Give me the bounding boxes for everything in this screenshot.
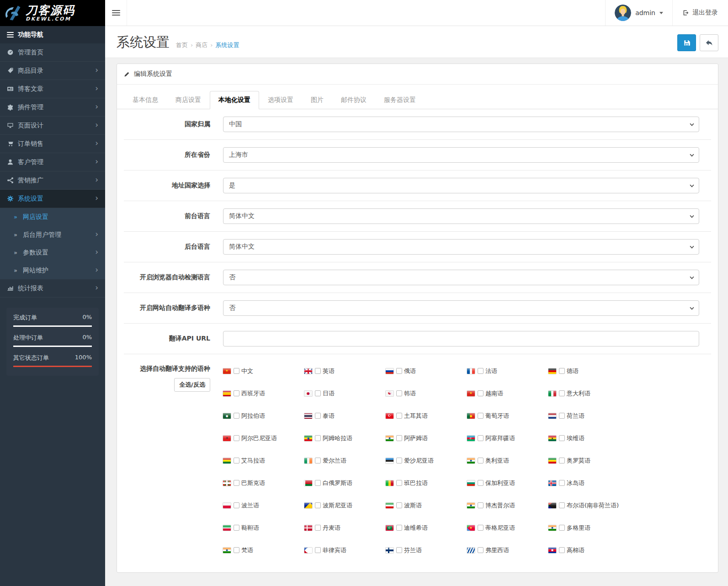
language-option[interactable]: 白俄罗斯语	[304, 479, 386, 487]
language-option[interactable]: ★中文	[223, 367, 304, 375]
language-checkbox[interactable]	[234, 480, 239, 486]
language-option[interactable]: 法语	[467, 367, 548, 375]
language-option[interactable]: 布尔语(南非荷兰语)	[548, 501, 630, 510]
language-option[interactable]: 俄语	[386, 367, 467, 375]
language-checkbox[interactable]	[559, 525, 565, 531]
tab-image[interactable]: 图片	[302, 91, 332, 109]
language-option[interactable]: 泰语	[304, 412, 386, 420]
language-option[interactable]: ●阿拉伯语	[223, 412, 304, 420]
language-checkbox[interactable]	[559, 480, 565, 486]
language-option[interactable]: 德语	[548, 367, 630, 375]
sidebar-item-sales[interactable]: 订单销售›	[0, 135, 105, 153]
tab-option[interactable]: 选项设置	[259, 91, 302, 109]
language-option[interactable]: 冰岛语	[548, 479, 630, 487]
language-checkbox[interactable]	[559, 413, 565, 419]
language-checkbox[interactable]	[478, 525, 484, 531]
language-option[interactable]: ☯韩语	[386, 389, 467, 398]
frontend-language-select[interactable]: 简体中文	[223, 208, 699, 224]
language-checkbox[interactable]	[478, 480, 484, 486]
language-checkbox[interactable]	[315, 413, 321, 419]
sidebar-item-dashboard[interactable]: 管理首页	[0, 43, 105, 62]
language-checkbox[interactable]	[396, 547, 402, 553]
language-option[interactable]: 菲律宾语	[304, 546, 386, 554]
language-option[interactable]: 班巴拉语	[386, 479, 467, 487]
sidebar-item-marketing[interactable]: 营销推广›	[0, 171, 105, 190]
language-checkbox[interactable]	[478, 435, 484, 441]
sidebar-item-customers[interactable]: 客户管理›	[0, 153, 105, 171]
browser-detect-language-select[interactable]: 否	[223, 270, 699, 285]
language-option[interactable]: ●博杰普尔语	[467, 501, 548, 510]
language-option[interactable]: 鞑靼语	[223, 524, 304, 532]
breadcrumb-link[interactable]: 首页	[176, 42, 188, 48]
language-option[interactable]: 爱尔兰语	[304, 457, 386, 465]
language-checkbox[interactable]	[234, 502, 239, 508]
sidebar-item-design[interactable]: 页面设计›	[0, 117, 105, 135]
language-option[interactable]: 西班牙语	[223, 389, 304, 398]
sidebar-item-reports[interactable]: 统计报表›	[0, 279, 105, 298]
language-checkbox[interactable]	[559, 547, 565, 553]
language-option[interactable]: ■高棉语	[548, 546, 630, 554]
language-checkbox[interactable]	[559, 368, 565, 374]
language-checkbox[interactable]	[478, 502, 484, 508]
brand-logo[interactable]: 刀客源码 DKEWL.COM	[0, 0, 105, 26]
language-option[interactable]: 爱沙尼亚语	[386, 457, 467, 465]
language-checkbox[interactable]	[396, 502, 402, 508]
language-option[interactable]: ●阿姆哈拉语	[304, 434, 386, 442]
tab-local[interactable]: 本地化设置	[210, 91, 259, 109]
zone-select[interactable]: 上海市	[223, 147, 699, 163]
language-option[interactable]: 丹麦语	[304, 524, 386, 532]
sidebar-subitem-store-settings[interactable]: »网店设置	[0, 208, 105, 226]
logout-button[interactable]: 退出登录	[672, 0, 728, 26]
language-checkbox[interactable]	[234, 547, 239, 553]
language-checkbox[interactable]	[396, 525, 402, 531]
language-checkbox[interactable]	[396, 390, 402, 396]
language-option[interactable]: ●葡萄牙语	[467, 412, 548, 420]
language-option[interactable]: 弗里西语	[467, 546, 548, 554]
language-checkbox[interactable]	[315, 525, 321, 531]
language-option[interactable]: ★埃维语	[548, 434, 630, 442]
sidebar-item-catalog[interactable]: 商品目录›	[0, 62, 105, 80]
language-checkbox[interactable]	[559, 435, 565, 441]
language-option[interactable]: 荷兰语	[548, 412, 630, 420]
sidebar-subitem-maintenance[interactable]: »网站维护›	[0, 261, 105, 279]
tab-basic[interactable]: 基本信息	[124, 91, 167, 109]
back-button[interactable]	[700, 34, 718, 51]
admin-language-select[interactable]: 简体中文	[223, 239, 699, 255]
country-select[interactable]: 中国	[223, 117, 699, 132]
language-checkbox[interactable]	[315, 368, 321, 374]
language-checkbox[interactable]	[234, 413, 239, 419]
breadcrumb-link[interactable]: 商店	[196, 42, 207, 48]
language-option[interactable]: ☪阿塞拜疆语	[467, 434, 548, 442]
language-option[interactable]: ●蒂格尼亚语	[467, 524, 548, 532]
sidebar-subitem-parameters[interactable]: »参数设置›	[0, 244, 105, 261]
language-option[interactable]: ✶阿尔巴尼亚语	[223, 434, 304, 442]
language-option[interactable]: ☪迪维希语	[386, 524, 467, 532]
language-checkbox[interactable]	[234, 368, 239, 374]
language-checkbox[interactable]	[315, 502, 321, 508]
language-checkbox[interactable]	[315, 390, 321, 396]
language-checkbox[interactable]	[234, 525, 239, 531]
language-checkbox[interactable]	[478, 368, 484, 374]
breadcrumb-link[interactable]: 系统设置	[215, 42, 239, 48]
language-checkbox[interactable]	[234, 435, 239, 441]
language-checkbox[interactable]	[315, 435, 321, 441]
language-checkbox[interactable]	[559, 390, 565, 396]
sidebar-subitem-admin-users[interactable]: »后台用户管理›	[0, 226, 105, 244]
language-checkbox[interactable]	[234, 390, 239, 396]
language-checkbox[interactable]	[396, 480, 402, 486]
language-option[interactable]: ●奥利亚语	[467, 457, 548, 465]
language-checkbox[interactable]	[396, 458, 402, 463]
auto-translate-select[interactable]: 否	[223, 300, 699, 316]
language-option[interactable]: 巴斯克语	[223, 479, 304, 487]
language-option[interactable]: ●阿萨姆语	[386, 434, 467, 442]
sidebar-item-system[interactable]: 系统设置›	[0, 190, 105, 208]
tab-mail[interactable]: 邮件协议	[332, 91, 375, 109]
translate-api-url-input[interactable]	[223, 331, 699, 346]
select-all-toggle-button[interactable]: 全选/反选	[174, 378, 210, 392]
language-option[interactable]: ●日语	[304, 389, 386, 398]
language-checkbox[interactable]	[315, 547, 321, 553]
language-option[interactable]: ☪土耳其语	[386, 412, 467, 420]
language-option[interactable]: 保加利亚语	[467, 479, 548, 487]
sidebar-item-blog[interactable]: 博客文章›	[0, 80, 105, 98]
language-checkbox[interactable]	[478, 390, 484, 396]
